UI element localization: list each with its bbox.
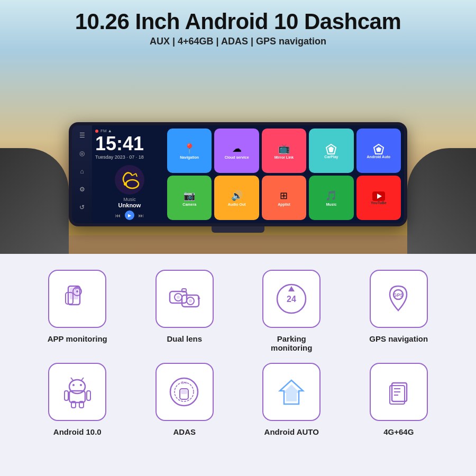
home-icon[interactable]: ⌂ xyxy=(76,166,88,177)
feature-parking: 24 Parkingmonitoring xyxy=(241,270,343,352)
app-carplay[interactable]: CarPlay xyxy=(309,129,353,173)
menu-icon[interactable]: ☰ xyxy=(76,130,88,141)
feature-dual-lens: Dual lens xyxy=(134,270,236,352)
svg-marker-47 xyxy=(283,385,300,401)
parking-icon: 24 xyxy=(274,282,309,316)
android-auto-icon xyxy=(274,375,309,409)
dashboard-left xyxy=(0,148,69,254)
back-icon[interactable]: ↺ xyxy=(76,202,88,213)
cloud-icon: ☁ xyxy=(232,143,242,154)
dual-lens-icon xyxy=(167,282,202,316)
adas-icon: 3m xyxy=(167,375,202,409)
svg-line-34 xyxy=(71,378,73,380)
music-horn-icon xyxy=(114,164,145,196)
gps-icon-box: GPS xyxy=(370,270,428,328)
app-monitoring-icon-box xyxy=(48,270,106,328)
audio-label: Audio Out xyxy=(228,203,246,206)
app-grid: 📍 Navigation ☁ Cloud service 📺 Mirror Li… xyxy=(167,129,401,220)
gps-label: GPS navigation xyxy=(369,334,428,343)
svg-marker-8 xyxy=(328,147,334,152)
mirror-label: Mirror Link xyxy=(274,155,294,159)
dashcam-screen: ☰ ◎ ⌂ ⚙ ↺ FM ▲ 15 xyxy=(72,125,404,223)
screen-content: FM ▲ 15:41 Tuesday 2023 · 07 · 18 xyxy=(95,129,401,220)
nav-icon: 📍 xyxy=(184,143,195,154)
app-youtube[interactable]: YouTuBe xyxy=(356,176,401,220)
auto-label: Android Auto xyxy=(367,155,390,159)
music-controls: ⏮ ▶ ⏭ xyxy=(115,210,144,220)
app-music[interactable]: 🎵 Music xyxy=(309,176,353,220)
play-button[interactable]: ▶ xyxy=(125,210,134,220)
music-app-label: Music xyxy=(326,203,336,206)
svg-line-35 xyxy=(81,378,84,380)
prev-button[interactable]: ⏮ xyxy=(115,213,121,218)
adas-icon-box: 3m xyxy=(155,363,214,421)
storage-icon xyxy=(381,375,416,409)
screen-sidebar: ☰ ◎ ⌂ ⚙ ↺ xyxy=(72,125,92,223)
app-applist[interactable]: ⊞ Applist xyxy=(262,176,306,220)
camera-label: Camera xyxy=(182,203,196,206)
feature-android-auto: Android AUTO xyxy=(241,363,343,445)
app-cloud[interactable]: ☁ Cloud service xyxy=(214,129,259,173)
gps-icon: GPS xyxy=(381,282,416,316)
time-panel: FM ▲ 15:41 Tuesday 2023 · 07 · 18 xyxy=(95,129,164,220)
svg-rect-44 xyxy=(181,390,187,394)
adas-label: ADAS xyxy=(173,427,196,436)
svg-point-33 xyxy=(80,384,82,386)
svg-point-24 xyxy=(189,299,192,303)
settings-icon[interactable]: ⚙ xyxy=(76,184,88,195)
device-stand xyxy=(212,226,264,233)
svg-rect-37 xyxy=(65,391,68,400)
parking-label: Parkingmonitoring xyxy=(271,334,312,352)
features-grid: APP monitoring Dual lens xyxy=(26,270,450,445)
svg-rect-38 xyxy=(87,391,90,400)
music-label: Music xyxy=(123,197,136,202)
app-mirror[interactable]: 📺 Mirror Link xyxy=(262,129,306,173)
app-monitoring-label: APP monitoring xyxy=(48,334,107,343)
app-monitoring-icon xyxy=(60,282,95,316)
top-section: 10.26 Inch Android 10 Dashcam AUX | 4+64… xyxy=(0,0,476,254)
android-icon-box xyxy=(48,363,106,421)
camera-app-icon: 📷 xyxy=(184,190,195,202)
cloud-label: Cloud service xyxy=(225,155,249,159)
applist-icon: ⊞ xyxy=(280,190,288,202)
device-wrapper: ☰ ◎ ⌂ ⚙ ↺ FM ▲ 15 xyxy=(69,122,407,233)
android-auto-label: Android AUTO xyxy=(264,427,319,436)
feature-storage: 4G+64G xyxy=(348,363,450,445)
auto-icon xyxy=(373,143,385,155)
app-camera[interactable]: 📷 Camera xyxy=(167,176,212,220)
android-label: Android 10.0 xyxy=(53,427,102,436)
svg-rect-21 xyxy=(182,289,186,292)
next-button[interactable]: ⏭ xyxy=(139,213,144,218)
music-app-icon: 🎵 xyxy=(325,190,337,202)
nav-label: Navigation xyxy=(180,155,199,159)
feature-adas: 3m ADAS xyxy=(134,363,236,445)
camera-sidebar-icon[interactable]: ◎ xyxy=(76,148,88,159)
svg-rect-36 xyxy=(69,391,85,402)
dual-lens-icon-box xyxy=(155,270,214,328)
parking-icon-box: 24 xyxy=(262,270,321,328)
svg-point-32 xyxy=(72,384,75,386)
svg-point-20 xyxy=(177,296,180,299)
youtube-label: YouTuBe xyxy=(371,201,387,205)
svg-text:24: 24 xyxy=(287,295,296,304)
svg-text:GPS: GPS xyxy=(393,292,404,298)
feature-gps: GPS GPS navigation xyxy=(348,270,450,352)
dashboard-right xyxy=(407,148,476,254)
svg-text:3m: 3m xyxy=(181,380,187,385)
main-title: 10.26 Inch Android 10 Dashcam xyxy=(0,10,476,34)
svg-marker-28 xyxy=(288,286,295,291)
title-area: 10.26 Inch Android 10 Dashcam AUX | 4+64… xyxy=(0,0,476,47)
storage-label: 4G+64G xyxy=(383,427,414,436)
mirror-icon: 📺 xyxy=(278,143,290,154)
youtube-icon xyxy=(372,191,385,201)
feature-app-monitoring: APP monitoring xyxy=(26,270,129,352)
dual-lens-label: Dual lens xyxy=(167,334,202,343)
music-track: Unknow xyxy=(118,202,141,208)
bottom-section: APP monitoring Dual lens xyxy=(0,254,476,476)
app-android-auto[interactable]: Android Auto xyxy=(356,129,401,173)
screen-main: FM ▲ 15:41 Tuesday 2023 · 07 · 18 xyxy=(92,125,404,223)
feature-android: Android 10.0 xyxy=(26,363,129,445)
time-display: 15:41 xyxy=(95,134,164,153)
app-audio[interactable]: 🔊 Audio Out xyxy=(214,176,259,220)
app-navigation[interactable]: 📍 Navigation xyxy=(167,129,212,173)
